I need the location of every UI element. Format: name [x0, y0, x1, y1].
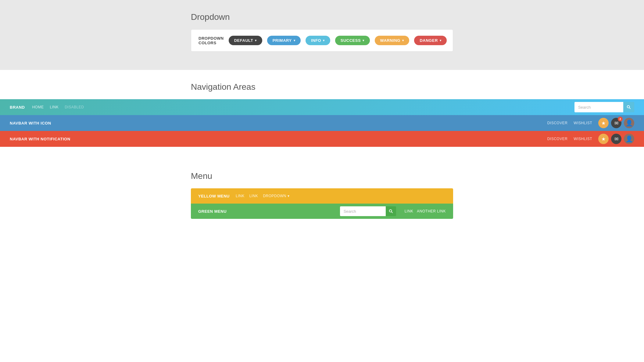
- svg-point-2: [389, 210, 392, 212]
- btn-warning-label: WARNING: [380, 38, 400, 43]
- navbar-red: NAVBAR WITH NOTIFICATION DISCOVER WISHLI…: [0, 131, 644, 147]
- nav-badge: 2: [618, 117, 623, 121]
- btn-success-caret: ▾: [363, 39, 364, 42]
- menu-section: Menu YELLOW MENU LINK LINK DROPDOWN ▾ GR…: [0, 159, 644, 243]
- navbar-blue: NAVBAR WITH ICON DISCOVER WISHLIST ★ ✉ 2…: [0, 115, 644, 131]
- green-menu-brand: GREEN MENU: [198, 209, 227, 214]
- btn-warning-caret: ▾: [402, 39, 404, 42]
- yellow-link-1[interactable]: LINK: [236, 194, 245, 198]
- dropdown-section: Dropdown DROPDOWN COLORS DEFAULT ▾ PRIMA…: [0, 0, 644, 70]
- nav-avatar-blue: 👤: [624, 118, 634, 128]
- btn-primary-label: PRIMARY: [273, 38, 292, 43]
- nav-icon-items-red: ★ ✉ 👤: [598, 134, 634, 144]
- yellow-dropdown-caret: ▾: [288, 194, 290, 198]
- nav-brand-1: BRAND: [10, 105, 25, 110]
- menu-section-title: Menu: [191, 171, 453, 181]
- search-icon: [627, 105, 631, 109]
- nav-star-btn-2[interactable]: ★: [598, 134, 609, 144]
- nav-brand-2: NAVBAR WITH ICON: [10, 121, 51, 125]
- svg-line-3: [392, 212, 392, 213]
- star-icon-2: ★: [601, 136, 606, 142]
- btn-info[interactable]: INFO ▾: [306, 36, 330, 45]
- menu-green: GREEN MENU LINK ANOTHER LINK: [191, 204, 453, 219]
- nav-discover-link-2[interactable]: DISCOVER: [547, 137, 568, 141]
- mail-icon: ✉: [614, 120, 618, 126]
- btn-info-label: INFO: [311, 38, 321, 43]
- nav-avatar-red: 👤: [624, 134, 634, 144]
- avatar-icon: 👤: [625, 120, 633, 126]
- nav-search-button[interactable]: [623, 102, 634, 112]
- menu-search-button[interactable]: [386, 206, 396, 216]
- nav-icon-items-blue: ★ ✉ 2 👤: [598, 118, 634, 128]
- menu-search-wrap: [340, 206, 396, 216]
- menu-search-input[interactable]: [340, 206, 386, 216]
- btn-primary-caret: ▾: [294, 39, 295, 42]
- nav-mail-btn[interactable]: ✉ 2: [611, 118, 621, 128]
- yellow-dropdown-btn[interactable]: DROPDOWN ▾: [263, 194, 289, 198]
- avatar-icon-2: 👤: [625, 136, 633, 142]
- green-link-2[interactable]: ANOTHER LINK: [417, 209, 446, 213]
- yellow-dropdown-label: DROPDOWN: [263, 194, 286, 198]
- star-icon: ★: [601, 120, 606, 126]
- mail-icon-2: ✉: [614, 136, 618, 142]
- btn-warning[interactable]: WARNING ▾: [375, 36, 410, 45]
- menu-card: Menu YELLOW MENU LINK LINK DROPDOWN ▾ GR…: [185, 171, 459, 219]
- btn-default-caret: ▾: [255, 39, 257, 42]
- btn-success[interactable]: SUCCESS ▾: [335, 36, 370, 45]
- btn-danger[interactable]: DANGER ▾: [414, 36, 447, 45]
- nav-section: Navigation Areas BRAND HOME LINK DISABLE…: [0, 70, 644, 159]
- nav-search-input[interactable]: [574, 102, 623, 112]
- nav-wishlist-link[interactable]: WISHLIST: [574, 121, 592, 125]
- dropdown-card: DROPDOWN COLORS DEFAULT ▾ PRIMARY ▾ INFO…: [191, 29, 453, 52]
- nav-link-link1[interactable]: LINK: [50, 105, 59, 109]
- dropdown-title: Dropdown: [191, 12, 453, 22]
- btn-success-label: SUCCESS: [341, 38, 361, 43]
- btn-default[interactable]: DEFAULT ▾: [229, 36, 262, 45]
- nav-mail-btn-2[interactable]: ✉: [611, 134, 621, 144]
- btn-default-label: DEFAULT: [234, 38, 253, 43]
- nav-link-disabled: DISABLED: [65, 105, 84, 109]
- dropdown-card-label: DROPDOWN COLORS: [199, 36, 224, 45]
- btn-info-caret: ▾: [323, 39, 325, 42]
- nav-search-wrap: [574, 102, 634, 112]
- nav-link-home[interactable]: HOME: [32, 105, 44, 109]
- nav-discover-link[interactable]: DISCOVER: [547, 121, 568, 125]
- btn-danger-caret: ▾: [440, 39, 442, 42]
- navbar-teal: BRAND HOME LINK DISABLED: [0, 99, 644, 115]
- menu-yellow: YELLOW MENU LINK LINK DROPDOWN ▾: [191, 188, 453, 204]
- btn-primary[interactable]: PRIMARY ▾: [267, 36, 301, 45]
- yellow-menu-brand: YELLOW MENU: [198, 194, 230, 198]
- nav-section-title: Navigation Areas: [191, 82, 453, 92]
- svg-point-0: [627, 106, 630, 108]
- nav-wishlist-link-2[interactable]: WISHLIST: [574, 137, 592, 141]
- green-link-1[interactable]: LINK: [405, 209, 413, 213]
- svg-line-1: [629, 108, 630, 109]
- nav-brand-3: NAVBAR WITH NOTIFICATION: [10, 137, 70, 141]
- btn-danger-label: DANGER: [420, 38, 438, 43]
- nav-star-btn[interactable]: ★: [598, 118, 609, 128]
- yellow-link-2[interactable]: LINK: [249, 194, 258, 198]
- menu-search-icon: [389, 209, 393, 213]
